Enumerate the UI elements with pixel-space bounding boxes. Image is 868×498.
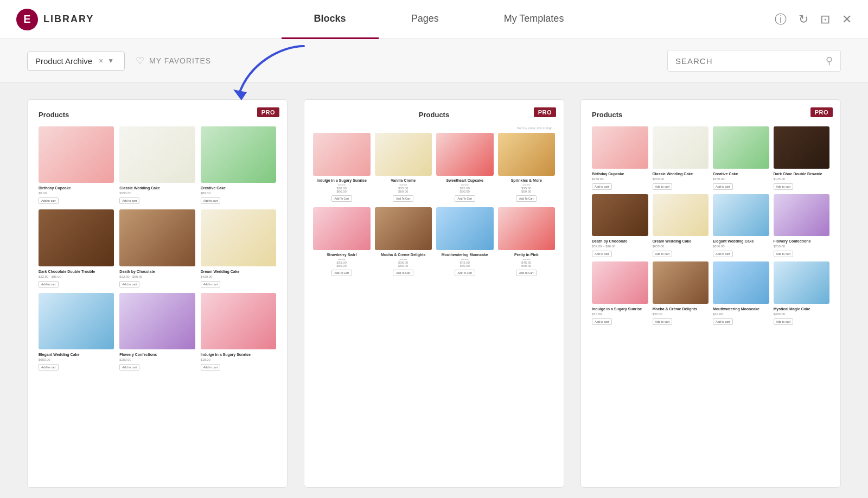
add-to-cart-button[interactable]: Add to cart bbox=[119, 197, 139, 204]
tab-my-templates[interactable]: My Templates bbox=[471, 0, 597, 39]
list-item: Sweetheart Cupcake ====$35.00$60.00 Add … bbox=[436, 133, 494, 202]
search-input[interactable] bbox=[675, 56, 826, 66]
add-to-cart-button[interactable]: Add To Cart bbox=[331, 195, 352, 202]
card3-product-grid: Birthday Cupcake $250.00 Add to cart Cla… bbox=[592, 126, 829, 325]
list-item: Dream Wedding Cake $420.00 Add to cart bbox=[201, 209, 276, 287]
list-item: Indulge in a Sugary Sunrise ====$18.00$6… bbox=[313, 133, 371, 202]
filter-dropdown[interactable]: Product Archive × ▼ bbox=[27, 52, 125, 71]
add-to-cart-button[interactable]: Add To Cart bbox=[393, 270, 413, 276]
add-to-cart-button[interactable]: Add to cart bbox=[39, 364, 59, 371]
add-to-cart-button[interactable]: Add to cart bbox=[653, 251, 673, 257]
add-to-cart-button[interactable]: Add to cart bbox=[201, 281, 221, 288]
save-icon[interactable]: ⊡ bbox=[820, 12, 830, 27]
logo-text: LIBRARY bbox=[43, 14, 94, 25]
add-to-cart-button[interactable]: Add to cart bbox=[653, 318, 673, 325]
list-item: Strawberry Swirl ====$35.00$60.00 Add To… bbox=[313, 207, 371, 276]
add-to-cart-button[interactable]: Add To Cart bbox=[516, 195, 537, 202]
list-item: Mocha & Creme Delights ====$36.00$60.00 … bbox=[375, 207, 432, 276]
product-image bbox=[375, 207, 432, 250]
list-item: Mouthwatering Mooncake ====$42.00$60.00 … bbox=[436, 207, 494, 276]
list-item: Elegant Wedding Cake $650.00 Add to cart bbox=[713, 194, 769, 258]
list-item: Flowery Confections $250.00 Add to cart bbox=[774, 194, 830, 258]
add-to-cart-button[interactable]: Add to cart bbox=[119, 364, 139, 371]
list-item: Classic Wedding Cake $250.00 Add to cart bbox=[653, 126, 709, 190]
header-actions: ⓘ ↻ ⊡ ✕ bbox=[758, 11, 868, 28]
product-image bbox=[436, 133, 494, 176]
list-item: Flowery Confections $250.00 Add to cart bbox=[119, 293, 195, 371]
product-image bbox=[653, 126, 709, 169]
list-item: Dark Choc Double Brownie $125.00 Add to … bbox=[774, 126, 830, 190]
template-card-3: PRO Products Birthday Cupcake $250.00 Ad… bbox=[580, 99, 841, 488]
list-item: Cream Wedding Cake $650.00 Add to cart bbox=[653, 194, 709, 258]
add-to-cart-button[interactable]: Add to cart bbox=[592, 251, 612, 257]
list-item: Mouthwatering Mooncake $42.00 Add to car… bbox=[713, 261, 769, 325]
add-to-cart-button[interactable]: Add to cart bbox=[119, 281, 139, 288]
pro-badge-2: PRO bbox=[534, 107, 556, 117]
product-image bbox=[201, 293, 276, 349]
card2-product-grid: Indulge in a Sugary Sunrise ====$18.00$6… bbox=[313, 133, 555, 202]
list-item: Death by Chocolate $53.00 – $90.00 Add t… bbox=[592, 194, 648, 258]
list-item: Mocha & Crème Délights $36.00 Add to car… bbox=[653, 261, 709, 325]
product-image bbox=[592, 194, 648, 237]
add-to-cart-button[interactable]: Add to cart bbox=[201, 197, 221, 204]
info-icon[interactable]: ⓘ bbox=[775, 11, 787, 28]
add-to-cart-button[interactable]: Add to cart bbox=[713, 318, 733, 325]
logo-area: E LIBRARY bbox=[0, 9, 119, 30]
close-icon[interactable]: ✕ bbox=[842, 12, 852, 27]
search-area: ⚲ bbox=[667, 50, 841, 72]
add-to-cart-button[interactable]: Add To Cart bbox=[455, 270, 475, 276]
add-to-cart-button[interactable]: Add to cart bbox=[39, 197, 59, 204]
product-image bbox=[592, 261, 648, 304]
list-item: Elegant Wedding Cake $650.00 Add to cart bbox=[39, 293, 114, 371]
add-to-cart-button[interactable]: Add to cart bbox=[774, 251, 794, 257]
filter-clear-btn[interactable]: × bbox=[99, 56, 103, 65]
product-image bbox=[436, 207, 494, 250]
add-to-cart-button[interactable]: Add To Cart bbox=[393, 195, 413, 202]
product-image bbox=[713, 261, 769, 304]
product-image bbox=[39, 209, 114, 266]
list-item: Indulge in a Sugary Sunrise $18.00 Add t… bbox=[592, 261, 648, 325]
list-item: Indulge in a Sugary Sunrise $18.00 Add t… bbox=[201, 293, 276, 371]
template-card-1: PRO Products Birthday Cupcake $8.00 Add … bbox=[27, 99, 288, 488]
list-item: Vanilla Creme ====$35.00$60.00 Add To Ca… bbox=[375, 133, 432, 202]
list-item: Creative Cake $250.00 Add to cart bbox=[713, 126, 769, 190]
logo-icon: E bbox=[16, 9, 38, 30]
add-to-cart-button[interactable]: Add to cart bbox=[39, 281, 59, 288]
add-to-cart-button[interactable]: Add to cart bbox=[774, 183, 794, 190]
search-icon: ⚲ bbox=[826, 55, 833, 67]
product-image bbox=[119, 126, 195, 183]
product-image bbox=[201, 126, 276, 183]
add-to-cart-button[interactable]: Add to cart bbox=[713, 183, 733, 190]
card1-inner: PRO Products Birthday Cupcake $8.00 Add … bbox=[28, 100, 287, 487]
list-item: Classic Wedding Cake $250.00 Add to cart bbox=[119, 126, 195, 204]
add-to-cart-button[interactable]: Add to cart bbox=[713, 251, 733, 257]
list-item: Creative Cake $89.00 Add to cart bbox=[201, 126, 276, 204]
tab-blocks[interactable]: Blocks bbox=[282, 0, 379, 39]
nav-tabs: Blocks Pages My Templates bbox=[119, 0, 758, 39]
main-content: PRO Products Birthday Cupcake $8.00 Add … bbox=[0, 83, 868, 498]
add-to-cart-button[interactable]: Add to cart bbox=[592, 318, 612, 325]
pro-badge-3: PRO bbox=[810, 107, 833, 117]
add-to-cart-button[interactable]: Add to cart bbox=[201, 364, 221, 371]
product-image bbox=[774, 126, 830, 169]
product-image bbox=[498, 133, 556, 176]
chevron-down-icon[interactable]: ▼ bbox=[107, 57, 114, 65]
add-to-cart-button[interactable]: Add to cart bbox=[592, 183, 612, 190]
tab-pages[interactable]: Pages bbox=[379, 0, 471, 39]
add-to-cart-button[interactable]: Add to cart bbox=[653, 183, 673, 190]
refresh-icon[interactable]: ↻ bbox=[799, 12, 808, 27]
card1-title: Products bbox=[39, 111, 276, 119]
add-to-cart-button[interactable]: Add To Cart bbox=[516, 270, 537, 276]
card3-title: Products bbox=[592, 111, 829, 119]
add-to-cart-button[interactable]: Add To Cart bbox=[455, 195, 475, 202]
add-to-cart-button[interactable]: Add to cart bbox=[774, 318, 794, 325]
product-image bbox=[653, 261, 709, 304]
favorites-button[interactable]: ♡ MY FAVORITES bbox=[136, 55, 211, 67]
add-to-cart-button[interactable]: Add To Cart bbox=[331, 270, 352, 276]
card3-inner: PRO Products Birthday Cupcake $250.00 Ad… bbox=[581, 100, 840, 487]
product-image bbox=[39, 126, 114, 183]
product-image bbox=[39, 293, 114, 349]
product-image bbox=[713, 126, 769, 169]
product-image bbox=[653, 194, 709, 237]
template-card-2: PRO Products Sort by price: low to high … bbox=[304, 99, 564, 488]
